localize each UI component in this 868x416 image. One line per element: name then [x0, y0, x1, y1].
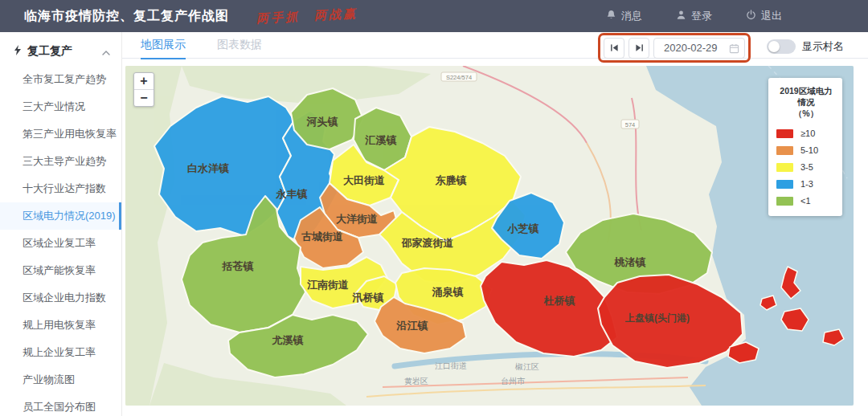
legend-item: ≥10: [776, 125, 836, 142]
village-name-toggle-group: 显示村名: [767, 39, 844, 54]
tab-map-view[interactable]: 地图展示: [141, 32, 186, 59]
login-label: 登录: [691, 9, 712, 23]
legend-swatch: [776, 129, 793, 138]
annotation-highlight: [598, 33, 751, 63]
legend-item: <1: [776, 193, 836, 210]
header-actions: 消息 登录 退出: [606, 9, 782, 23]
sidebar-item-active[interactable]: 区域电力情况(2019): [0, 202, 121, 230]
basemap-label: 台州市: [501, 377, 526, 385]
zoom-out-button[interactable]: −: [134, 90, 154, 106]
sidebar-item[interactable]: 区域企业电力指数: [0, 284, 121, 312]
basemap-label: 黄岩区: [404, 377, 428, 385]
legend-item: 3-5: [776, 159, 836, 176]
tab-chart-data[interactable]: 图表数据: [217, 32, 262, 58]
zoom-in-button[interactable]: +: [134, 73, 154, 89]
legend-label: 3-5: [800, 162, 813, 172]
sidebar-item[interactable]: 规上企业复工率: [0, 339, 121, 366]
sidebar-item[interactable]: 第三产业用电恢复率: [0, 120, 121, 148]
skip-next-icon: [635, 41, 644, 55]
main-panel: 地图展示 图表数据 显示村名 + −: [122, 32, 868, 416]
legend-items: ≥10 5-10 3-5 1-3 <1: [776, 125, 836, 210]
map-legend: 2019区域电力情况 （%） ≥10 5-10 3-5 1-3 <1: [768, 78, 842, 216]
toggle-knob: [768, 41, 780, 52]
sidebar-item[interactable]: 全市复工复产趋势: [0, 66, 121, 93]
sidebar: 复工复产 全市复工复产趋势 三大产业情况 第三产业用电恢复率 三大主导产业趋势 …: [0, 32, 122, 416]
date-picker: [653, 38, 745, 59]
power-icon: [746, 10, 756, 22]
app-header: 临海市疫情防控、复工复产作战图 两手抓 两战赢 消息 登录 退出: [0, 0, 868, 32]
legend-title: 2019区域电力情况: [776, 85, 836, 108]
sidebar-item[interactable]: 员工全国分布图: [0, 394, 121, 416]
village-name-toggle[interactable]: [767, 39, 796, 54]
legend-swatch: [776, 163, 793, 172]
road-badge-label: S224/574: [446, 74, 472, 81]
tab-bar: 地图展示 图表数据: [122, 32, 868, 59]
legend-item: 5-10: [776, 142, 836, 159]
next-date-button[interactable]: [628, 38, 649, 59]
sidebar-item[interactable]: 三大产业情况: [0, 93, 121, 120]
logout-button[interactable]: 退出: [746, 9, 782, 23]
bell-icon: [606, 10, 616, 22]
app-window: 临海市疫情防控、复工复产作战图 两手抓 两战赢 消息 登录 退出 复工复产 全市…: [0, 0, 868, 416]
legend-label: ≥10: [800, 128, 815, 138]
sidebar-item[interactable]: 产业物流图: [0, 366, 121, 394]
legend-swatch: [776, 197, 793, 206]
chevron-up-icon: [102, 45, 110, 58]
sidebar-item[interactable]: 三大主导产业趋势: [0, 148, 121, 175]
map-zoom-control: + −: [133, 72, 154, 107]
map-canvas[interactable]: + − 2019区域电力情况 （%） ≥10 5-10 3-5 1-3 <1 S…: [125, 66, 854, 406]
sidebar-item[interactable]: 区域产能恢复率: [0, 257, 121, 284]
sidebar-group-fugong[interactable]: 复工复产: [0, 32, 121, 66]
slogan-handwriting: 两手抓 两战赢: [256, 6, 358, 27]
calendar-icon: [729, 43, 739, 57]
legend-label: <1: [800, 196, 811, 206]
legend-swatch: [776, 146, 793, 155]
basemap-label: 椒江区: [514, 362, 539, 371]
messages-button[interactable]: 消息: [606, 9, 642, 23]
legend-label: 1-3: [800, 179, 813, 189]
road-badge-label: 574: [625, 121, 636, 128]
legend-label: 5-10: [800, 145, 818, 155]
sidebar-item[interactable]: 规上用电恢复率: [0, 312, 121, 339]
login-button[interactable]: 登录: [676, 9, 712, 23]
bolt-icon: [14, 45, 22, 58]
messages-label: 消息: [621, 9, 642, 23]
legend-unit: （%）: [776, 108, 836, 119]
logout-label: 退出: [761, 9, 782, 23]
sidebar-item[interactable]: 区域企业复工率: [0, 230, 121, 257]
sidebar-group-label: 复工复产: [27, 44, 72, 59]
map-svg: S224/574574黄岩区江口街道台州市椒江区白水洋镇永丰镇河头镇汇溪镇大田街…: [125, 66, 854, 406]
legend-swatch: [776, 180, 793, 189]
basemap-label: 江口街道: [435, 361, 467, 370]
legend-item: 1-3: [776, 176, 836, 193]
prev-date-button[interactable]: [604, 38, 624, 59]
user-icon: [676, 10, 686, 22]
sidebar-item[interactable]: 十大行业达产指数: [0, 175, 121, 202]
skip-previous-icon: [610, 41, 619, 55]
village-name-toggle-label: 显示村名: [802, 39, 844, 54]
page-title: 临海市疫情防控、复工复产作战图: [24, 8, 229, 25]
